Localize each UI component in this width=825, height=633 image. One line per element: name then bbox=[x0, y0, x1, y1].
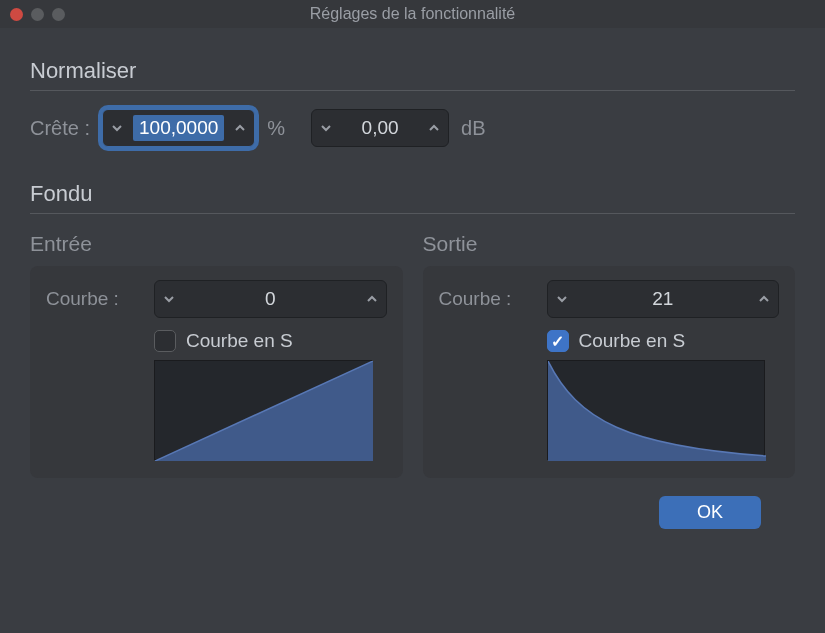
peak-percent-stepper[interactable]: 100,0000 bbox=[102, 109, 255, 147]
close-window-button[interactable] bbox=[10, 8, 23, 21]
chevron-up-icon[interactable] bbox=[226, 110, 254, 146]
peak-db-stepper[interactable]: 0,00 bbox=[311, 109, 449, 147]
chevron-down-icon[interactable] bbox=[312, 110, 340, 146]
fade-in-curve-preview bbox=[154, 360, 372, 460]
fade-in-scurve-label: Courbe en S bbox=[186, 330, 293, 352]
fade-in-curve-stepper[interactable]: 0 bbox=[154, 280, 387, 318]
chevron-down-icon[interactable] bbox=[103, 110, 131, 146]
peak-label: Crête : bbox=[30, 117, 90, 140]
percent-unit: % bbox=[267, 117, 285, 140]
fade-out-curve-preview bbox=[547, 360, 765, 460]
chevron-up-icon[interactable] bbox=[420, 110, 448, 146]
divider bbox=[30, 90, 795, 91]
fade-out-panel: Courbe : 21 Courbe en S bbox=[423, 266, 796, 478]
fade-out-title: Sortie bbox=[423, 232, 796, 256]
chevron-up-icon[interactable] bbox=[358, 281, 386, 317]
fade-out-curve-label: Courbe : bbox=[439, 288, 539, 310]
peak-percent-value[interactable]: 100,0000 bbox=[133, 115, 224, 141]
minimize-window-button[interactable] bbox=[31, 8, 44, 21]
fade-heading: Fondu bbox=[30, 181, 795, 207]
traffic-lights bbox=[10, 8, 65, 21]
window-title: Réglages de la fonctionnalité bbox=[310, 5, 515, 23]
fade-in-scurve-checkbox[interactable] bbox=[154, 330, 176, 352]
maximize-window-button[interactable] bbox=[52, 8, 65, 21]
chevron-down-icon[interactable] bbox=[548, 281, 576, 317]
fade-in-panel: Courbe : 0 Courbe en S bbox=[30, 266, 403, 478]
peak-db-value[interactable]: 0,00 bbox=[340, 117, 420, 139]
ok-button[interactable]: OK bbox=[659, 496, 761, 529]
fade-out-scurve-label: Courbe en S bbox=[579, 330, 686, 352]
fade-in-title: Entrée bbox=[30, 232, 403, 256]
chevron-down-icon[interactable] bbox=[155, 281, 183, 317]
chevron-up-icon[interactable] bbox=[750, 281, 778, 317]
normalize-heading: Normaliser bbox=[30, 58, 795, 84]
fade-out-curve-value[interactable]: 21 bbox=[576, 288, 751, 310]
fade-out-scurve-checkbox[interactable] bbox=[547, 330, 569, 352]
fade-out-curve-stepper[interactable]: 21 bbox=[547, 280, 780, 318]
db-unit: dB bbox=[461, 117, 485, 140]
divider bbox=[30, 213, 795, 214]
fade-in-curve-label: Courbe : bbox=[46, 288, 146, 310]
fade-in-curve-value[interactable]: 0 bbox=[183, 288, 358, 310]
window-titlebar: Réglages de la fonctionnalité bbox=[0, 0, 825, 28]
